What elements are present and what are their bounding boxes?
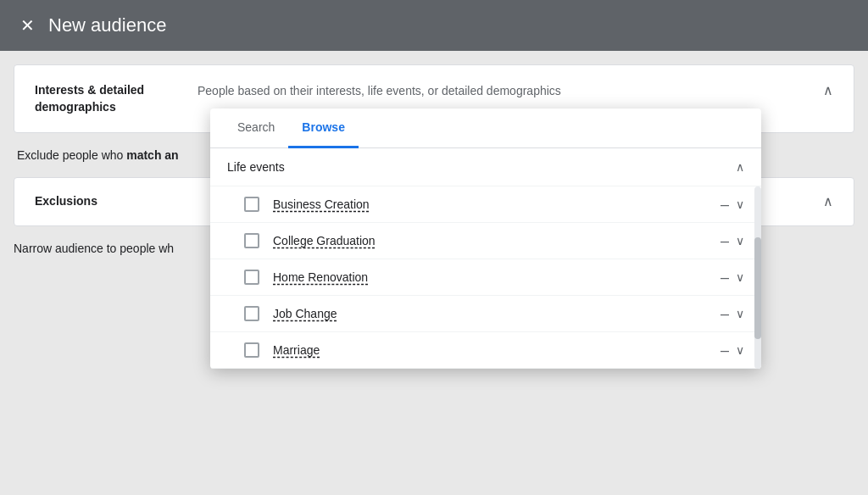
interests-label: Interests & detaileddemographics <box>35 82 170 115</box>
home-renovation-minus-button[interactable]: – <box>721 270 729 285</box>
business-creation-actions: – ∨ <box>721 197 744 212</box>
list-item: Home Renovation – ∨ <box>210 259 761 296</box>
college-graduation-minus-button[interactable]: – <box>721 233 729 248</box>
college-graduation-actions: – ∨ <box>721 233 744 248</box>
scrollbar-thumb[interactable] <box>754 237 761 339</box>
college-graduation-checkbox[interactable] <box>244 233 259 248</box>
exclusions-label: Exclusions <box>35 193 170 210</box>
life-events-collapse-button[interactable]: ∧ <box>736 160 744 174</box>
job-change-actions: – ∨ <box>721 306 744 321</box>
marriage-checkbox[interactable] <box>244 342 259 358</box>
home-renovation-checkbox[interactable] <box>244 270 259 285</box>
list-item: Job Change – ∨ <box>210 296 761 332</box>
tab-browse[interactable]: Browse <box>288 108 359 148</box>
list-item: Business Creation – ∨ <box>210 186 761 223</box>
list-item: Marriage – ∨ <box>210 332 761 369</box>
home-renovation-label[interactable]: Home Renovation <box>273 270 707 284</box>
job-change-minus-button[interactable]: – <box>721 306 729 321</box>
life-events-title: Life events <box>227 160 285 174</box>
life-events-section-header: Life events ∧ <box>210 148 761 186</box>
marriage-minus-button[interactable]: – <box>721 342 729 358</box>
list-item: College Graduation – ∨ <box>210 223 761 259</box>
browse-dropdown: Search Browse Life events ∧ Business Cre… <box>210 108 761 369</box>
dialog-title: New audience <box>48 14 166 36</box>
interests-collapse-button[interactable]: ∧ <box>823 82 833 98</box>
tab-search[interactable]: Search <box>224 108 288 148</box>
marriage-actions: – ∨ <box>721 342 744 358</box>
interests-description: People based on their interests, life ev… <box>198 82 561 100</box>
home-renovation-expand-button[interactable]: ∨ <box>736 270 744 284</box>
dialog-header: ✕ New audience <box>0 0 868 51</box>
business-creation-minus-button[interactable]: – <box>721 197 729 212</box>
job-change-expand-button[interactable]: ∨ <box>736 307 744 320</box>
scrollbar[interactable] <box>754 186 761 369</box>
life-events-list: Business Creation – ∨ College Graduation… <box>210 186 761 369</box>
business-creation-checkbox[interactable] <box>244 197 259 212</box>
college-graduation-expand-button[interactable]: ∨ <box>736 234 744 248</box>
marriage-label[interactable]: Marriage <box>273 343 707 357</box>
college-graduation-label[interactable]: College Graduation <box>273 234 707 248</box>
close-button[interactable]: ✕ <box>20 17 35 34</box>
home-renovation-actions: – ∨ <box>721 270 744 285</box>
main-content: Interests & detaileddemographics People … <box>0 51 868 274</box>
business-creation-expand-button[interactable]: ∨ <box>736 197 744 211</box>
tab-bar: Search Browse <box>210 108 761 148</box>
business-creation-label[interactable]: Business Creation <box>273 197 707 211</box>
job-change-label[interactable]: Job Change <box>273 307 707 320</box>
job-change-checkbox[interactable] <box>244 306 259 321</box>
exclude-text: Exclude people who match an <box>17 143 179 167</box>
marriage-expand-button[interactable]: ∨ <box>736 343 744 357</box>
exclusions-collapse-button[interactable]: ∧ <box>823 193 833 209</box>
